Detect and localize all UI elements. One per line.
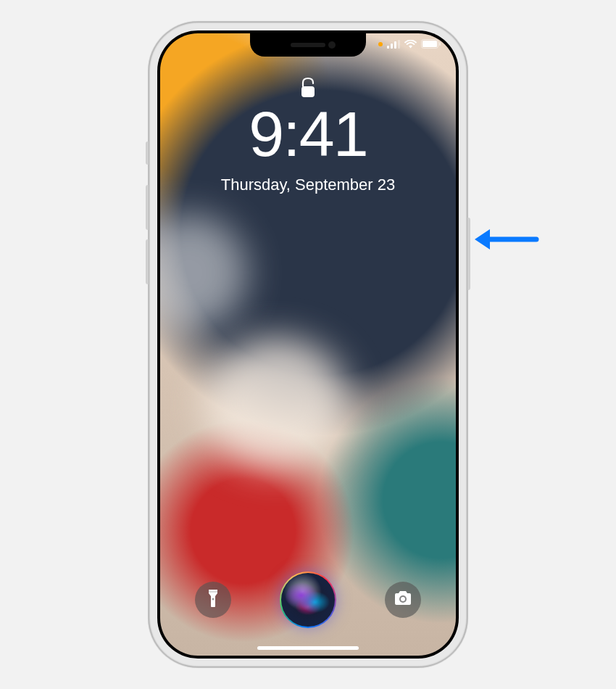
lock-screen[interactable]: 9:41 Thursday, September 23 — [160, 33, 456, 656]
flashlight-icon — [207, 589, 220, 611]
phone-frame: 9:41 Thursday, September 23 — [149, 22, 467, 667]
svg-rect-5 — [423, 41, 437, 47]
mute-switch[interactable] — [146, 141, 149, 165]
svg-point-11 — [401, 597, 405, 601]
camera-icon — [394, 590, 412, 609]
flashlight-button[interactable] — [195, 582, 231, 618]
svg-point-8 — [212, 598, 215, 601]
date-display: Thursday, September 23 — [160, 176, 456, 194]
location-indicator-icon — [378, 42, 383, 46]
wifi-icon — [404, 40, 417, 49]
bottom-controls — [160, 572, 456, 628]
svg-rect-2 — [394, 41, 396, 49]
svg-rect-1 — [391, 44, 393, 49]
svg-rect-0 — [387, 46, 389, 49]
side-button[interactable] — [467, 218, 470, 290]
wallpaper-shape — [160, 215, 247, 331]
volume-up-button[interactable] — [146, 185, 149, 230]
time-display: 9:41 — [160, 97, 456, 171]
svg-rect-7 — [301, 86, 315, 97]
notch — [250, 33, 366, 57]
home-indicator[interactable] — [257, 646, 359, 650]
siri-button[interactable] — [280, 572, 336, 628]
battery-icon — [421, 39, 441, 49]
wallpaper-shape — [204, 338, 349, 469]
front-camera — [328, 41, 336, 49]
camera-button[interactable] — [385, 582, 421, 618]
arrow-annotation — [471, 225, 540, 257]
svg-rect-3 — [398, 40, 400, 49]
volume-down-button[interactable] — [146, 239, 149, 284]
status-bar — [378, 39, 441, 49]
cellular-signal-icon — [387, 40, 400, 49]
svg-rect-6 — [439, 42, 441, 46]
speaker-grille — [291, 43, 325, 47]
phone-bezel: 9:41 Thursday, September 23 — [157, 30, 459, 659]
